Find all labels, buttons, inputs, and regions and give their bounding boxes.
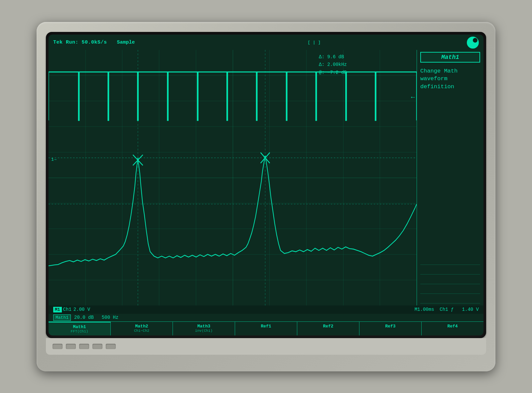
plot-area: 1→ Δ: 9.6 dB Δ: 2.00kHz @: −7.2 dB (49, 50, 417, 305)
main-area: 1→ Δ: 9.6 dB Δ: 2.00kHz @: −7.2 dB Math1… (49, 50, 483, 305)
tab-math2-sub: Ch1−Ch2 (134, 329, 149, 333)
tab-math2[interactable]: Math2 Ch1−Ch2 (111, 322, 173, 335)
sample-label: Sample (117, 40, 135, 45)
sidebar-lines (420, 265, 480, 303)
change-math-text[interactable]: Change Math waveform definition (420, 67, 480, 91)
sidebar-line-3 (420, 284, 480, 284)
change-math-line3: definition (420, 84, 454, 90)
tab-math3[interactable]: Math3 inv(Ch1) (173, 322, 235, 335)
tek-run-label: Tek Run: 50.0kS/s (53, 40, 107, 45)
delta-freq: Δ: 2.00kHz (319, 61, 347, 69)
status-math-row: Math1 20.0 dB 500 Hz (49, 314, 483, 321)
tab-ref2-label: Ref2 (323, 324, 333, 329)
tab-ref1[interactable]: Ref1 (235, 322, 297, 335)
math1-badge: Math1 (53, 314, 71, 321)
sidebar-line-2 (420, 274, 480, 275)
knob-slot-3 (79, 344, 89, 349)
tab-math3-sub: inv(Ch1) (195, 329, 213, 333)
tab-ref2[interactable]: Ref2 (297, 322, 359, 335)
trig-v: 1.40 V (462, 307, 479, 312)
sidebar-line-5 (420, 303, 480, 303)
marker-1-label: 1→ (51, 157, 57, 162)
circle-icon (467, 37, 479, 49)
ch1-label: Ch1 (63, 307, 71, 312)
change-math-line1: Change Math (420, 68, 458, 74)
knob-slot-1 (53, 344, 63, 349)
grid (49, 50, 417, 305)
tab-math1-label: Math1 (73, 324, 86, 329)
delta-db: Δ: 9.6 dB (319, 53, 347, 61)
time-info: M1.00ms Ch1 ƒ 1.40 V (415, 307, 479, 312)
screen-container: Tek Run: 50.0kS/s Sample [ | ] (46, 32, 486, 338)
math1-title[interactable]: Math1 (420, 52, 480, 63)
at-db: @: −7.2 dB (319, 69, 347, 77)
tab-math3-label: Math3 (197, 324, 210, 329)
sidebar-line-4 (420, 294, 480, 294)
db-per-div: 20.0 dB (74, 315, 94, 320)
knob-slot-2 (66, 344, 76, 349)
tab-ref3[interactable]: Ref3 (359, 322, 422, 335)
tab-math1[interactable]: Math1 FFT(Ch1) (49, 322, 111, 335)
knob-slot-4 (92, 344, 102, 349)
m1-badge: M1 (53, 307, 62, 312)
knob-slot-5 (106, 344, 116, 349)
sidebar-line-1 (420, 265, 480, 265)
ch1-trig: Ch1 ƒ (440, 307, 454, 312)
m-time: M1.00ms (415, 307, 434, 312)
tab-math1-sub: FFT(Ch1) (71, 329, 88, 333)
change-math-line2: waveform (420, 76, 448, 82)
bottom-bar (46, 338, 486, 355)
screen: Tek Run: 50.0kS/s Sample [ | ] (49, 35, 483, 335)
oscilloscope-body: Tek Run: 50.0kS/s Sample [ | ] (37, 22, 495, 371)
tab-bar: Math1 FFT(Ch1) Math2 Ch1−Ch2 Math3 inv(C… (49, 321, 483, 335)
volts-label: 2.00 V (73, 307, 90, 312)
delta-info: Δ: 9.6 dB Δ: 2.00kHz @: −7.2 dB (319, 53, 347, 77)
cursor-brackets: [ | ] (145, 40, 457, 45)
sidebar: Math1 Change Math waveform definition ← (417, 50, 483, 305)
sidebar-arrow: ← (411, 94, 415, 101)
tab-ref4[interactable]: Ref4 (422, 322, 483, 335)
top-bar: Tek Run: 50.0kS/s Sample [ | ] (49, 35, 483, 50)
tab-ref1-label: Ref1 (261, 324, 271, 329)
status-row-1: M1 Ch1 2.00 V M1.00ms Ch1 ƒ 1.40 V (49, 305, 483, 314)
freq-label: 500 Hz (102, 315, 118, 320)
tab-ref3-label: Ref3 (385, 324, 395, 329)
tab-math2-label: Math2 (135, 324, 148, 329)
tab-ref4-label: Ref4 (447, 324, 458, 329)
